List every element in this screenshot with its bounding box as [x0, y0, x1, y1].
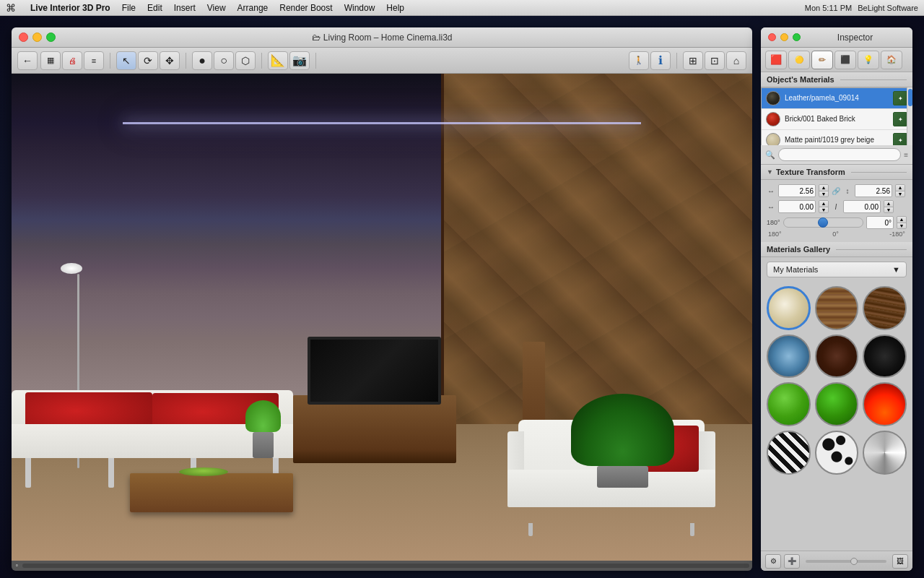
gallery-item-fire[interactable] — [863, 382, 907, 426]
gallery-item-chrome[interactable] — [863, 431, 907, 475]
render-btn[interactable]: 🖨 — [62, 51, 82, 70]
tab-object[interactable]: 🟥 — [765, 51, 787, 69]
pan-tool-btn[interactable]: ✥ — [160, 51, 180, 70]
rotation-thumb — [818, 217, 828, 228]
rotation-stepper[interactable]: ▲ ▼ — [897, 216, 907, 229]
x-offset-input[interactable] — [778, 200, 816, 213]
menu-render-boost[interactable]: Render Boost — [279, 3, 332, 13]
gear-btn[interactable]: ⚙ — [765, 554, 781, 569]
size-slider-thumb — [850, 558, 858, 565]
gallery-item-spots[interactable] — [815, 431, 859, 475]
x-down[interactable]: ▼ — [819, 207, 828, 213]
gallery-dropdown[interactable]: My Materials ▼ — [767, 262, 907, 277]
maximize-button[interactable] — [46, 33, 56, 42]
orbit-tool-btn[interactable]: ⟳ — [138, 51, 158, 70]
material-item-matte[interactable]: Matte paint/1019 grey beige ✦ — [762, 130, 912, 145]
tab-material[interactable]: 🟡 — [788, 51, 810, 69]
gallery-item-wood-dark[interactable] — [815, 335, 859, 379]
cube-obj-btn[interactable]: ⬡ — [235, 51, 256, 70]
dropdown-arrow-icon: ▼ — [892, 265, 900, 274]
scroll-track — [22, 564, 749, 568]
frame-sel-btn[interactable]: ⊡ — [705, 51, 725, 70]
rotation-slider[interactable] — [783, 217, 863, 228]
inspector-close[interactable] — [768, 33, 776, 41]
sep3 — [261, 53, 262, 69]
gallery-item-wood-medium[interactable] — [863, 286, 907, 330]
tab-paint[interactable]: ✏ — [811, 51, 833, 69]
minimize-button[interactable] — [32, 33, 42, 42]
y-stepper[interactable]: ▲ ▼ — [884, 200, 894, 213]
height-label: ↕ — [843, 187, 852, 195]
select-tool-btn[interactable]: ↖ — [116, 51, 136, 70]
gallery-item-zebra[interactable] — [767, 431, 811, 475]
ball-obj-btn[interactable]: ● — [192, 51, 212, 70]
measure-btn[interactable]: 📐 — [268, 51, 288, 70]
height-up[interactable]: ▲ — [896, 185, 905, 191]
rotation-input[interactable] — [866, 216, 894, 229]
search-icon: 🔍 — [765, 150, 775, 160]
matte-action[interactable]: ✦ — [893, 133, 907, 145]
height-down[interactable]: ▼ — [896, 191, 905, 197]
gallery-item-wood-light[interactable] — [815, 286, 859, 330]
y-down[interactable]: ▼ — [884, 207, 893, 213]
material-item-leather[interactable]: Leather/pamela_09014 ✦ — [762, 88, 912, 109]
frame-all-btn[interactable]: ⊞ — [683, 51, 703, 70]
materials-scrollbar[interactable] — [907, 87, 912, 145]
options-icon[interactable]: ≡ — [904, 151, 908, 159]
width-up[interactable]: ▲ — [819, 185, 828, 191]
menu-help[interactable]: Help — [386, 3, 404, 13]
width-down[interactable]: ▼ — [819, 191, 828, 197]
inspector-maximize[interactable] — [793, 33, 801, 41]
info-btn[interactable]: ℹ — [650, 51, 671, 70]
size-slider[interactable] — [806, 560, 886, 563]
inspector-minimize[interactable] — [780, 33, 788, 41]
back-btn[interactable]: ← — [17, 51, 38, 70]
gallery-item-green2[interactable] — [815, 382, 859, 426]
viewport-3d[interactable] — [12, 74, 752, 561]
menu-arrange[interactable]: Arrange — [237, 3, 269, 13]
height-input[interactable] — [855, 184, 892, 197]
ring-obj-btn[interactable]: ○ — [214, 51, 234, 70]
x-up[interactable]: ▲ — [819, 201, 828, 207]
sep5 — [676, 53, 677, 69]
close-button[interactable] — [19, 33, 28, 42]
viewport-scrollbar[interactable]: ⚬ — [12, 561, 752, 571]
menu-view[interactable]: View — [207, 3, 226, 13]
person-view-btn[interactable]: 🚶 — [629, 51, 649, 70]
menu-insert[interactable]: Insert — [174, 3, 196, 13]
collapse-arrow[interactable]: ▼ — [767, 168, 773, 176]
gallery-item-water[interactable] — [767, 335, 811, 379]
leather-action[interactable]: ✦ — [893, 91, 907, 105]
x-stepper[interactable]: ▲ ▼ — [819, 200, 829, 213]
menu-file[interactable]: File — [122, 3, 136, 13]
rot-down[interactable]: ▼ — [897, 223, 906, 229]
section-title-texture: Texture Transform — [776, 168, 845, 176]
menu-edit[interactable]: Edit — [147, 3, 162, 13]
tab-light[interactable]: 💡 — [858, 51, 879, 69]
view-mode-btn[interactable]: ≡ — [84, 51, 104, 70]
gallery-item-green1[interactable] — [767, 382, 811, 426]
camera-btn[interactable]: 📷 — [289, 51, 310, 70]
apple-menu[interactable]: ⌘ — [6, 2, 16, 14]
image-btn[interactable]: 🖼 — [892, 554, 908, 569]
tab-room[interactable]: 🏠 — [881, 51, 902, 69]
width-stepper[interactable]: ▲ ▼ — [819, 184, 829, 197]
y-up[interactable]: ▲ — [884, 201, 893, 207]
tab-texture[interactable]: ⬛ — [834, 51, 856, 69]
rot-up[interactable]: ▲ — [897, 217, 906, 223]
x-label: ↔ — [767, 203, 775, 211]
floorplan-btn[interactable]: ▦ — [40, 51, 61, 70]
link-icon[interactable]: 🔗 — [832, 187, 840, 195]
gallery-item-dark[interactable] — [863, 335, 907, 379]
width-input[interactable] — [778, 184, 816, 197]
gallery-item-cream[interactable] — [767, 286, 811, 330]
height-stepper[interactable]: ▲ ▼ — [895, 184, 905, 197]
home-view-btn[interactable]: ⌂ — [726, 51, 746, 70]
search-input[interactable] — [778, 148, 901, 161]
add-btn[interactable]: ➕ — [784, 554, 800, 569]
app-name[interactable]: Live Interior 3D Pro — [30, 3, 110, 13]
brick-action[interactable]: ✦ — [893, 112, 907, 126]
menu-window[interactable]: Window — [344, 3, 375, 13]
material-item-brick[interactable]: Brick/001 Baked Brick ✦ — [762, 109, 912, 130]
y-offset-input[interactable] — [843, 200, 881, 213]
